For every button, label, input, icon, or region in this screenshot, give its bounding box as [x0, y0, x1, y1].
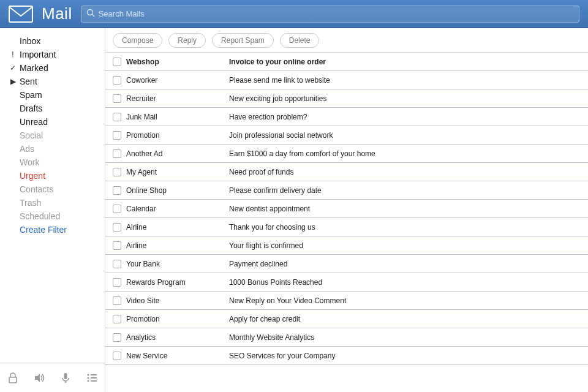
- folder-label: Scheduled: [20, 209, 60, 223]
- message-sender: Video Site: [126, 296, 224, 305]
- bang-icon: !: [9, 48, 17, 61]
- svg-rect-0: [9, 6, 32, 22]
- message-row[interactable]: WebshopInvoice to your online order: [105, 53, 588, 71]
- folder-label: Urgent: [20, 169, 45, 183]
- folder-important[interactable]: !Important: [9, 48, 100, 61]
- message-checkbox[interactable]: [113, 186, 121, 195]
- folder-unread[interactable]: Unread: [9, 115, 100, 129]
- svg-point-1: [87, 9, 92, 15]
- message-row[interactable]: AirlineYour flight is confirmed: [105, 236, 588, 255]
- mail-app: Mail Inbox!Important✓Marked▶SentSpamDraf…: [0, 0, 588, 392]
- message-row[interactable]: CoworkerPlease send me link to website: [105, 71, 588, 89]
- delete-button[interactable]: Delete: [280, 33, 320, 48]
- message-row[interactable]: Video SiteNew Reply on Your Video Commen…: [105, 292, 588, 310]
- compose-button[interactable]: Compose: [113, 33, 162, 48]
- message-checkbox[interactable]: [113, 241, 121, 250]
- message-row[interactable]: PromotionJoin professional social networ…: [105, 126, 588, 145]
- message-checkbox[interactable]: [113, 296, 121, 305]
- list-icon[interactable]: [83, 369, 100, 386]
- folder-label: Trash: [20, 196, 41, 209]
- message-subject: Join professional social network: [229, 131, 581, 140]
- message-checkbox[interactable]: [113, 131, 121, 140]
- svg-rect-3: [9, 377, 17, 383]
- message-subject: New dentist appointment: [229, 205, 581, 213]
- folder-urgent[interactable]: Urgent: [9, 169, 100, 183]
- message-row[interactable]: Your BankPayment declined: [105, 255, 588, 273]
- folder-drafts[interactable]: Drafts: [9, 102, 100, 115]
- message-checkbox[interactable]: [113, 94, 121, 103]
- folder-create-filter[interactable]: Create Filter: [9, 223, 100, 236]
- message-sender: Recruiter: [126, 94, 224, 103]
- sidebar: Inbox!Important✓Marked▶SentSpamDraftsUnr…: [0, 28, 105, 392]
- speaker-icon[interactable]: [31, 369, 48, 386]
- message-checkbox[interactable]: [113, 76, 121, 85]
- folder-work[interactable]: Work: [9, 156, 100, 169]
- message-checkbox[interactable]: [113, 278, 121, 287]
- message-subject: Have erection problem?: [229, 113, 581, 121]
- message-row[interactable]: Junk MailHave erection problem?: [105, 108, 588, 126]
- message-checkbox[interactable]: [113, 260, 121, 268]
- message-row[interactable]: New ServiceSEO Services for your Company: [105, 347, 588, 365]
- svg-point-7: [87, 374, 89, 375]
- body: Inbox!Important✓Marked▶SentSpamDraftsUnr…: [0, 28, 588, 392]
- folder-label: Sent: [20, 75, 37, 88]
- folder-contacts[interactable]: Contacts: [9, 183, 100, 196]
- folder-label: Social: [20, 129, 43, 142]
- svg-marker-4: [35, 374, 40, 382]
- search-input[interactable]: [99, 9, 574, 18]
- message-row[interactable]: Another AdEarn $1000 a day from comfort …: [105, 145, 588, 163]
- message-sender: Calendar: [126, 205, 224, 213]
- message-checkbox[interactable]: [113, 168, 121, 176]
- message-subject: Invoice to your online order: [229, 58, 581, 66]
- message-row[interactable]: Rewards Program1000 Bonus Points Reached: [105, 273, 588, 292]
- folder-label: Marked: [20, 61, 48, 75]
- folder-scheduled[interactable]: Scheduled: [9, 209, 100, 223]
- message-checkbox[interactable]: [113, 113, 121, 121]
- sidebar-footer: [0, 363, 105, 392]
- report-spam-button[interactable]: Report Spam: [212, 33, 274, 48]
- message-checkbox[interactable]: [113, 205, 121, 213]
- lock-icon[interactable]: [4, 369, 21, 386]
- message-row[interactable]: My AgentNeed proof of funds: [105, 163, 588, 181]
- toolbar: Compose Reply Report Spam Delete: [105, 28, 588, 53]
- reply-button[interactable]: Reply: [168, 33, 206, 48]
- folder-label: Inbox: [20, 34, 40, 48]
- message-checkbox[interactable]: [113, 58, 121, 66]
- folder-spam[interactable]: Spam: [9, 88, 100, 102]
- folder-label: Drafts: [20, 102, 42, 115]
- message-sender: Promotion: [126, 131, 224, 140]
- message-sender: My Agent: [126, 168, 224, 176]
- folder-trash[interactable]: Trash: [9, 196, 100, 209]
- message-row[interactable]: RecruiterNew exciting job opportunities: [105, 89, 588, 108]
- svg-rect-5: [64, 373, 67, 379]
- message-subject: Thank you for choosing us: [229, 223, 581, 232]
- message-checkbox[interactable]: [113, 352, 121, 360]
- message-checkbox[interactable]: [113, 223, 121, 232]
- message-checkbox[interactable]: [113, 149, 121, 158]
- folder-label: Contacts: [20, 183, 53, 196]
- folder-list: Inbox!Important✓Marked▶SentSpamDraftsUnr…: [0, 34, 105, 363]
- search-box[interactable]: [81, 6, 579, 23]
- folder-sent[interactable]: ▶Sent: [9, 75, 100, 88]
- search-icon: [86, 9, 95, 20]
- folder-social[interactable]: Social: [9, 129, 100, 142]
- folder-label: Unread: [20, 115, 48, 129]
- message-row[interactable]: CalendarNew dentist appointment: [105, 200, 588, 218]
- message-checkbox[interactable]: [113, 315, 121, 323]
- folder-label: Spam: [20, 88, 42, 102]
- message-subject: Monthly Website Analytics: [229, 333, 581, 342]
- message-checkbox[interactable]: [113, 333, 121, 342]
- message-sender: Webshop: [126, 58, 224, 66]
- message-row[interactable]: PromotionApply for cheap credit: [105, 310, 588, 328]
- message-list[interactable]: WebshopInvoice to your online orderCowor…: [105, 53, 588, 392]
- folder-label: Important: [20, 48, 56, 61]
- message-row[interactable]: AnalyticsMonthly Website Analytics: [105, 328, 588, 347]
- message-row[interactable]: AirlineThank you for choosing us: [105, 218, 588, 236]
- message-row[interactable]: Online ShopPlease confirm delivery date: [105, 181, 588, 200]
- folder-inbox[interactable]: Inbox: [9, 34, 100, 48]
- folder-marked[interactable]: ✓Marked: [9, 61, 100, 75]
- folder-label: Work: [20, 156, 39, 169]
- message-subject: SEO Services for your Company: [229, 352, 581, 360]
- folder-ads[interactable]: Ads: [9, 142, 100, 156]
- mic-icon[interactable]: [57, 369, 74, 386]
